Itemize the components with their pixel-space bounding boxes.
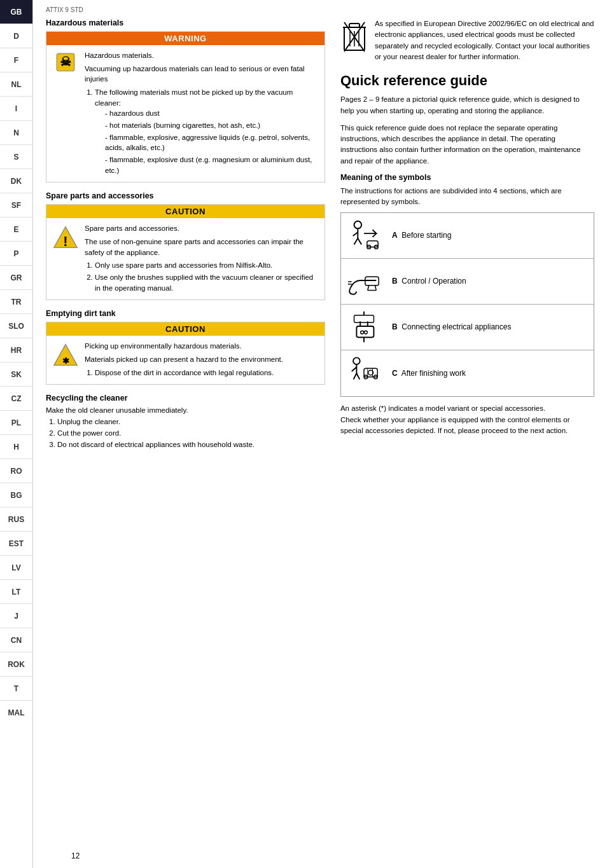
left-column: Hazardous materials WARNING ☠ Hazardous …	[46, 18, 325, 460]
svg-rect-34	[354, 315, 373, 323]
sidebar-item-j[interactable]: J	[0, 604, 32, 628]
symbol-row-b-control: B Control / Operation	[341, 259, 594, 305]
sidebar-item-hr[interactable]: HR	[0, 338, 32, 362]
sidebar-item-cz[interactable]: CZ	[0, 387, 32, 411]
sidebar-item-p[interactable]: P	[0, 242, 32, 266]
caution-triangle-icon: !	[53, 224, 78, 250]
recycling-intro: Make the old cleaner unusable immediatel…	[46, 406, 325, 414]
symbol-icon-after	[341, 351, 387, 396]
symbol-row-b-electrical: B Connecting electrical appliances	[341, 305, 594, 350]
sidebar-item-h[interactable]: H	[0, 435, 32, 459]
warning-text: Hazardous materials. Vacuuming up hazard…	[85, 50, 319, 177]
sidebar-item-d[interactable]: D	[0, 24, 32, 48]
sidebar-item-sf[interactable]: SF	[0, 193, 32, 217]
sidebar-item-tr[interactable]: TR	[0, 290, 32, 314]
sidebar-item-nl[interactable]: NL	[0, 72, 32, 97]
sidebar: GB D F NL I N S DK SF E P GR TR SLO HR S…	[0, 0, 33, 868]
svg-line-38	[352, 368, 357, 372]
sidebar-item-lt[interactable]: LT	[0, 580, 32, 604]
two-column-layout: Hazardous materials WARNING ☠ Hazardous …	[46, 18, 594, 460]
weee-icon	[340, 18, 368, 53]
warning-header: WARNING	[46, 32, 324, 45]
footnote-line2: Check whether your appliance is equipped…	[340, 415, 594, 437]
sidebar-item-pl[interactable]: PL	[0, 411, 32, 435]
sidebar-item-slo[interactable]: SLO	[0, 314, 32, 338]
caution-icon-spare: !	[52, 223, 80, 294]
symbol-label-electrical: B Connecting electrical appliances	[387, 318, 594, 336]
sidebar-item-t[interactable]: T	[0, 677, 32, 701]
svg-line-40	[356, 373, 359, 380]
sidebar-item-bg[interactable]: BG	[0, 483, 32, 507]
page-number: 12	[71, 851, 80, 860]
sidebar-item-cn[interactable]: CN	[0, 628, 32, 652]
product-id: ATTIX 9 STD	[46, 6, 594, 13]
svg-rect-28	[356, 326, 373, 337]
warning-box: WARNING ☠ Hazardous materials. Vacuuming…	[46, 31, 325, 183]
qrg-title: Quick reference guide	[340, 72, 594, 89]
svg-text:✱: ✱	[62, 356, 69, 366]
sidebar-item-dk[interactable]: DK	[0, 169, 32, 193]
symbol-icon-before-starting	[341, 214, 387, 258]
sidebar-item-e[interactable]: E	[0, 217, 32, 242]
svg-line-39	[354, 373, 357, 380]
warning-body: ☠ Hazardous materials. Vacuuming up haza…	[46, 45, 324, 182]
svg-line-16	[353, 232, 358, 236]
caution-body-dirt: ✱ Picking up environmentally hazardous m…	[46, 336, 324, 384]
environmental-hazard-icon: ✱	[53, 342, 78, 368]
after-finishing-icon	[345, 355, 382, 392]
svg-line-23	[368, 286, 369, 291]
symbol-label-after: C After finishing work	[387, 364, 594, 383]
sidebar-item-ro[interactable]: RO	[0, 459, 32, 483]
svg-text:☠: ☠	[60, 55, 71, 69]
svg-line-17	[354, 238, 358, 245]
main-content: ATTIX 9 STD Hazardous materials WARNING …	[33, 0, 607, 868]
recycling-heading: Recycling the cleaner	[46, 394, 325, 403]
footnote-line1: An asterisk (*) indicates a model varian…	[340, 403, 594, 414]
spare-parts-heading: Spare parts and accessories	[46, 191, 325, 200]
caution-header-dirt: CAUTION	[46, 322, 324, 336]
svg-point-31	[361, 331, 364, 334]
symbols-heading: Meaning of the symbols	[340, 173, 594, 182]
caution-text-spare: Spare parts and accessories. The use of …	[85, 223, 319, 294]
sidebar-item-mal[interactable]: MAL	[0, 701, 32, 725]
svg-point-36	[353, 358, 360, 365]
electrical-connecting-icon	[345, 309, 382, 346]
symbol-row-c-after: C After finishing work	[341, 350, 594, 396]
symbol-label-control: B Control / Operation	[387, 272, 594, 291]
symbol-icon-electrical	[341, 305, 387, 350]
sidebar-item-s[interactable]: S	[0, 145, 32, 169]
svg-rect-8	[349, 24, 359, 27]
caution-box-dirt: CAUTION ✱ Picking up environmentally haz…	[46, 322, 325, 385]
recycling-section: Recycling the cleaner Make the old clean…	[46, 394, 325, 450]
sidebar-item-rus[interactable]: RUS	[0, 507, 32, 532]
svg-rect-41	[364, 369, 377, 378]
caution-icon-dirt: ✱	[52, 341, 80, 379]
symbol-icon-control	[341, 259, 387, 304]
symbols-table: A Before starting	[340, 212, 594, 397]
recycling-steps: Unplug the cleaner. Cut the power cord. …	[46, 417, 325, 450]
caution-text-dirt: Picking up environmentally hazardous mat…	[85, 341, 319, 379]
sidebar-item-rok[interactable]: ROK	[0, 652, 32, 677]
symbols-intro: The instructions for actions are subdivi…	[340, 186, 594, 208]
sidebar-item-f[interactable]: F	[0, 48, 32, 72]
hazardous-heading: Hazardous materials	[46, 18, 325, 27]
footnote-block: An asterisk (*) indicates a model varian…	[340, 403, 594, 436]
sidebar-item-sk[interactable]: SK	[0, 362, 32, 387]
before-starting-icon	[345, 217, 382, 254]
symbol-row-a-before: A Before starting	[341, 213, 594, 259]
sidebar-item-est[interactable]: EST	[0, 532, 32, 556]
svg-line-24	[375, 286, 376, 291]
sidebar-item-i[interactable]: I	[0, 97, 32, 121]
sidebar-item-gr[interactable]: GR	[0, 266, 32, 290]
directive-block: As specified in European Directive 2002/…	[340, 18, 594, 62]
caution-body-spare: ! Spare parts and accessories. The use o…	[46, 218, 324, 300]
hazard-icon: ☠	[52, 50, 80, 177]
sidebar-item-n[interactable]: N	[0, 121, 32, 145]
sidebar-item-gb[interactable]: GB	[0, 0, 32, 24]
caution-box-spare: CAUTION ! Spare parts and accessories. T…	[46, 204, 325, 300]
emptying-heading: Emptying dirt tank	[46, 309, 325, 318]
sidebar-item-lv[interactable]: LV	[0, 556, 32, 580]
qrg-para1: Pages 2 – 9 feature a pictorial quick re…	[340, 94, 594, 116]
right-column: As specified in European Directive 2002/…	[340, 18, 594, 460]
recycle-step-1: Unplug the cleaner.	[57, 417, 325, 428]
